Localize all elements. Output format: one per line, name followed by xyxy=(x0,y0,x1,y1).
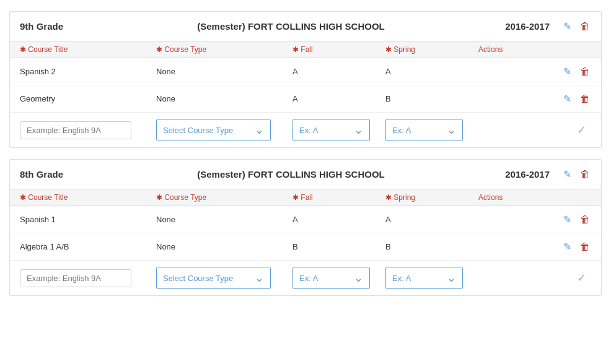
edit-row-button-0-1[interactable]: ✎ xyxy=(562,92,573,106)
fall-chevron-0: ⌄ xyxy=(354,123,363,137)
col-course-type-1: ✱ Course Type xyxy=(156,193,292,202)
row-actions-1-0: ✎ 🗑 xyxy=(478,212,591,227)
cell-type-0-1: None xyxy=(156,94,292,103)
cell-spring-0-0: A xyxy=(385,67,478,76)
cell-spring-0-1: B xyxy=(385,94,478,103)
type-select-cell-0: Select Course Type ⌄ xyxy=(156,119,292,141)
cell-fall-1-0: A xyxy=(292,215,385,224)
cell-type-1-1: None xyxy=(156,242,292,251)
col-spring-0: ✱ Spring xyxy=(385,45,478,54)
save-check-icon-1[interactable]: ✓ xyxy=(577,271,586,285)
section-school-1: (Semester) FORT COLLINS HIGH SCHOOL xyxy=(82,169,500,180)
save-check-cell-0: ✓ xyxy=(478,123,591,137)
table-row-1-0: Spanish 1 None A A ✎ 🗑 xyxy=(10,206,601,233)
col-actions-1: Actions xyxy=(478,193,591,202)
cell-course-1-0: Spanish 1 xyxy=(20,215,156,224)
row-actions-0-0: ✎ 🗑 xyxy=(478,64,591,79)
col-fall-0: ✱ Fall xyxy=(292,45,385,54)
fall-label-1: Ex: A xyxy=(299,274,318,283)
delete-section-button-1[interactable]: 🗑 xyxy=(579,168,591,181)
spring-chevron-1: ⌄ xyxy=(447,271,456,285)
fall-select-cell-1: Ex: A ⌄ xyxy=(292,267,385,289)
fall-chevron-1: ⌄ xyxy=(354,271,363,285)
section-header-0: 9th Grade (Semester) FORT COLLINS HIGH S… xyxy=(10,12,601,41)
fall-select-1[interactable]: Ex: A ⌄ xyxy=(292,267,370,289)
cell-type-1-0: None xyxy=(156,215,292,224)
cell-fall-1-1: B xyxy=(292,242,385,251)
delete-row-button-0-0[interactable]: 🗑 xyxy=(579,65,591,79)
edit-row-button-0-0[interactable]: ✎ xyxy=(562,64,573,79)
section-card-1: 8th Grade (Semester) FORT COLLINS HIGH S… xyxy=(9,159,602,296)
cell-course-0-1: Geometry xyxy=(20,94,156,103)
course-input-1[interactable] xyxy=(20,269,131,287)
input-row-0: Select Course Type ⌄ Ex: A ⌄ Ex: A ⌄ ✓ xyxy=(10,113,601,147)
header-actions-0: ✎ 🗑 xyxy=(562,19,591,33)
course-type-select-0[interactable]: Select Course Type ⌄ xyxy=(156,119,271,141)
course-input-cell-0 xyxy=(20,121,156,139)
course-type-label-1: Select Course Type xyxy=(163,274,233,283)
row-actions-1-1: ✎ 🗑 xyxy=(478,240,591,254)
edit-section-button-1[interactable]: ✎ xyxy=(562,167,573,181)
cell-course-1-1: Algebra 1 A/B xyxy=(20,242,156,251)
delete-section-button-0[interactable]: 🗑 xyxy=(579,20,591,33)
cell-spring-1-0: A xyxy=(385,215,478,224)
section-grade-1: 8th Grade xyxy=(20,169,82,180)
delete-row-button-1-1[interactable]: 🗑 xyxy=(579,240,591,254)
course-type-select-1[interactable]: Select Course Type ⌄ xyxy=(156,267,271,289)
course-input-cell-1 xyxy=(20,269,156,287)
section-year-1: 2016-2017 xyxy=(500,169,550,180)
col-course-type-0: ✱ Course Type xyxy=(156,45,292,54)
section-card-0: 9th Grade (Semester) FORT COLLINS HIGH S… xyxy=(9,11,602,148)
section-grade-0: 9th Grade xyxy=(20,21,82,32)
col-course-title-1: ✱ Course Title xyxy=(20,193,156,202)
col-fall-1: ✱ Fall xyxy=(292,193,385,202)
type-select-cell-1: Select Course Type ⌄ xyxy=(156,267,292,289)
spring-label-1: Ex: A xyxy=(392,274,411,283)
table-header-0: ✱ Course Title ✱ Course Type ✱ Fall ✱ Sp… xyxy=(10,41,601,58)
course-type-chevron-1: ⌄ xyxy=(255,271,264,285)
fall-select-cell-0: Ex: A ⌄ xyxy=(292,119,385,141)
fall-select-0[interactable]: Ex: A ⌄ xyxy=(292,119,370,141)
fall-label-0: Ex: A xyxy=(299,126,318,135)
save-check-cell-1: ✓ xyxy=(478,271,591,285)
edit-section-button-0[interactable]: ✎ xyxy=(562,19,573,33)
row-actions-0-1: ✎ 🗑 xyxy=(478,92,591,106)
course-type-label-0: Select Course Type xyxy=(163,126,233,135)
edit-row-button-1-0[interactable]: ✎ xyxy=(562,212,573,227)
spring-select-cell-1: Ex: A ⌄ xyxy=(385,267,478,289)
section-header-1: 8th Grade (Semester) FORT COLLINS HIGH S… xyxy=(10,160,601,189)
course-type-chevron-0: ⌄ xyxy=(255,123,264,137)
cell-fall-0-0: A xyxy=(292,67,385,76)
spring-select-1[interactable]: Ex: A ⌄ xyxy=(385,267,463,289)
cell-fall-0-1: A xyxy=(292,94,385,103)
cell-spring-1-1: B xyxy=(385,242,478,251)
table-header-1: ✱ Course Title ✱ Course Type ✱ Fall ✱ Sp… xyxy=(10,189,601,206)
spring-select-cell-0: Ex: A ⌄ xyxy=(385,119,478,141)
table-row-0-0: Spanish 2 None A A ✎ 🗑 xyxy=(10,58,601,85)
col-course-title-0: ✱ Course Title xyxy=(20,45,156,54)
input-row-1: Select Course Type ⌄ Ex: A ⌄ Ex: A ⌄ ✓ xyxy=(10,261,601,295)
delete-row-button-1-0[interactable]: 🗑 xyxy=(579,213,591,227)
table-row-0-1: Geometry None A B ✎ 🗑 xyxy=(10,85,601,113)
spring-chevron-0: ⌄ xyxy=(447,123,456,137)
spring-select-0[interactable]: Ex: A ⌄ xyxy=(385,119,463,141)
cell-type-0-0: None xyxy=(156,67,292,76)
col-spring-1: ✱ Spring xyxy=(385,193,478,202)
section-year-0: 2016-2017 xyxy=(500,21,550,32)
cell-course-0-0: Spanish 2 xyxy=(20,67,156,76)
section-school-0: (Semester) FORT COLLINS HIGH SCHOOL xyxy=(82,21,500,32)
spring-label-0: Ex: A xyxy=(392,126,411,135)
save-check-icon-0[interactable]: ✓ xyxy=(577,123,586,137)
col-actions-0: Actions xyxy=(478,45,591,54)
header-actions-1: ✎ 🗑 xyxy=(562,167,591,181)
edit-row-button-1-1[interactable]: ✎ xyxy=(562,240,573,254)
course-input-0[interactable] xyxy=(20,121,131,139)
delete-row-button-0-1[interactable]: 🗑 xyxy=(579,92,591,106)
table-row-1-1: Algebra 1 A/B None B B ✎ 🗑 xyxy=(10,233,601,261)
